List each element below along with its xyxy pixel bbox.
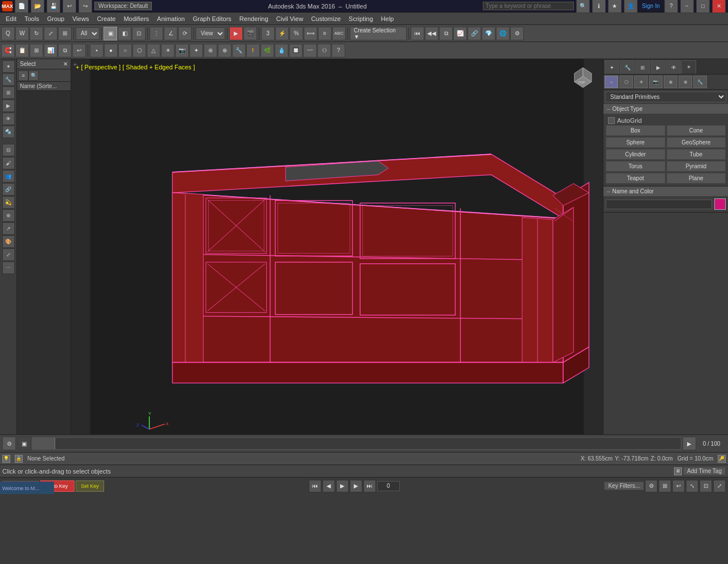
time-config-btn[interactable]: ⚙	[645, 480, 657, 492]
motion-tab[interactable]: ▶	[651, 60, 665, 74]
star-icon[interactable]: ★	[608, 0, 622, 13]
timeline-right-btn[interactable]: ▶	[682, 437, 696, 450]
hair-btn[interactable]: 〰	[303, 44, 317, 57]
menu-group[interactable]: Group	[44, 14, 68, 23]
filter-dropdown[interactable]: All	[76, 27, 100, 40]
status-icon-lock[interactable]: 🔒	[15, 455, 23, 463]
set-key-btn[interactable]: Set Key	[76, 480, 104, 492]
tube-btn[interactable]: Tube	[667, 149, 726, 160]
box-btn[interactable]: Box	[606, 125, 665, 136]
scale-btn[interactable]: ⤢	[44, 27, 57, 40]
menu-rendering[interactable]: Rendering	[236, 14, 272, 23]
mesh-tool[interactable]: ⬡	[133, 44, 146, 57]
track-view-btn[interactable]: 📊	[44, 44, 57, 57]
menu-customize[interactable]: Customize	[308, 14, 344, 23]
spinner-snap-btn[interactable]: ⟳	[178, 27, 192, 40]
extra-btn[interactable]: ⋯	[2, 262, 15, 274]
undo2-btn[interactable]: ↩	[72, 44, 86, 57]
align2-btn[interactable]: ⊞	[30, 44, 43, 57]
pyramid-btn[interactable]: Pyramid	[667, 161, 726, 172]
move-btn[interactable]: W	[15, 27, 29, 40]
select-mode-btn[interactable]: Q	[1, 27, 15, 40]
align-btn[interactable]: ≡	[318, 27, 332, 40]
minimize-btn[interactable]: −	[680, 0, 694, 13]
modify-tab[interactable]: 🔧	[620, 60, 635, 74]
teapot-btn[interactable]: Teapot	[606, 173, 665, 184]
space-warp-tool[interactable]: ⊛	[204, 44, 217, 57]
autogrid-checkbox[interactable]	[608, 117, 615, 124]
viewport-nav-btn1[interactable]: ↩	[672, 480, 685, 492]
window-crossing-btn[interactable]: ⊡	[132, 27, 146, 40]
snaps-toggle[interactable]: 🧲	[1, 44, 15, 57]
reference-coord-btn[interactable]: ⊞	[58, 27, 72, 40]
help2-btn[interactable]: ?	[332, 44, 345, 57]
select-object-btn[interactable]: ▣	[104, 27, 117, 40]
cylinder-btn[interactable]: Cylinder	[606, 149, 665, 160]
light-tool[interactable]: ☀	[161, 44, 175, 57]
viewport-icon[interactable]: 🖥	[674, 467, 682, 475]
compound-btn[interactable]: ⊕	[2, 209, 15, 222]
next-frame-btn[interactable]: ▶	[350, 480, 362, 492]
status-icon-light[interactable]: 💡	[2, 455, 10, 463]
dynamic-sim-btn[interactable]: 💧	[275, 44, 288, 57]
utilities-tab[interactable]: ☀	[681, 60, 696, 74]
menu-graph-editors[interactable]: Graph Editors	[189, 14, 235, 23]
camera-tool[interactable]: 📷	[175, 44, 189, 57]
mirror-btn[interactable]: ⟺	[304, 27, 317, 40]
manage-layers-btn[interactable]: ⧉	[58, 44, 72, 57]
timeline-track[interactable]	[32, 437, 681, 450]
viewport-nav-btn2[interactable]: ⤡	[686, 480, 698, 492]
particle-tool[interactable]: ✦	[189, 44, 203, 57]
close-btn[interactable]: ✕	[712, 0, 726, 13]
angle-snap-btn[interactable]: ∠	[164, 27, 177, 40]
viewport-nav-btn4[interactable]: ⤢	[713, 480, 726, 492]
open-file-btn[interactable]: 📂	[31, 0, 44, 13]
object-props-btn[interactable]: 📋	[15, 44, 29, 57]
foliage-tool[interactable]: 🌿	[260, 44, 274, 57]
go-to-start-btn[interactable]: ⏮	[309, 480, 321, 492]
display-panel-btn[interactable]: 👁	[2, 113, 15, 125]
populate-btn[interactable]: 👥	[2, 170, 15, 183]
play-btn[interactable]: ▶	[336, 480, 349, 492]
menu-tools[interactable]: Tools	[21, 14, 43, 23]
abc-btn[interactable]: ABC	[332, 27, 346, 40]
cloth-btn[interactable]: 🔲	[289, 44, 303, 57]
menu-create[interactable]: Create	[93, 14, 119, 23]
workspace-selector[interactable]: Workspace: Default	[94, 2, 152, 10]
menu-help[interactable]: Help	[378, 14, 398, 23]
menu-scripting[interactable]: Scripting	[345, 14, 377, 23]
modify-panel-btn[interactable]: 🔧	[2, 73, 15, 86]
nurbs-tool[interactable]: △	[147, 44, 160, 57]
auto-key-btn[interactable]: ▣	[17, 437, 31, 450]
xref-btn[interactable]: ↗	[2, 222, 15, 235]
viewcube[interactable]: TOP	[569, 65, 597, 93]
scene-explorer-close[interactable]: ✕	[63, 61, 68, 67]
maximize-btn[interactable]: □	[696, 0, 710, 13]
obj-paint-btn[interactable]: 🖌	[2, 157, 15, 169]
add-time-tag-btn[interactable]: Add Time Tag	[683, 467, 726, 475]
create-tab[interactable]: ✦	[605, 60, 619, 74]
hierarchy-panel-btn[interactable]: ⊞	[2, 86, 15, 99]
viewport-layout-btn[interactable]: ⊞	[659, 480, 671, 492]
object-type-header[interactable]: – Object Type	[603, 104, 728, 114]
display-tab[interactable]: 👁	[666, 60, 681, 74]
sign-in-link[interactable]: Sign In	[642, 3, 660, 9]
spacewarps-subtab[interactable]: ⊛	[679, 76, 692, 88]
undo-btn[interactable]: ↩	[63, 0, 76, 13]
systems-subtab[interactable]: 🔧	[693, 76, 707, 88]
render-env-btn[interactable]: 🌐	[496, 27, 510, 40]
schematic-btn[interactable]: 🔗	[468, 27, 481, 40]
biped-tool[interactable]: 🚶	[246, 44, 260, 57]
create-selection-btn[interactable]: Create Selection ▼	[350, 27, 407, 40]
search-input[interactable]	[483, 2, 574, 10]
box-tool[interactable]: ▪	[90, 44, 104, 57]
system-tool[interactable]: 🔧	[232, 44, 246, 57]
info-icon[interactable]: ℹ	[592, 0, 606, 13]
motion-panel-btn[interactable]: ▶	[2, 99, 15, 112]
playback-modes-btn[interactable]: ⏮	[411, 27, 424, 40]
save-file-btn[interactable]: 💾	[47, 0, 60, 13]
new-file-btn[interactable]: 📄	[15, 0, 28, 13]
create-panel-btn[interactable]: ✦	[2, 60, 15, 73]
rotate-btn[interactable]: ↻	[30, 27, 43, 40]
material-editor-btn[interactable]: 💎	[482, 27, 495, 40]
